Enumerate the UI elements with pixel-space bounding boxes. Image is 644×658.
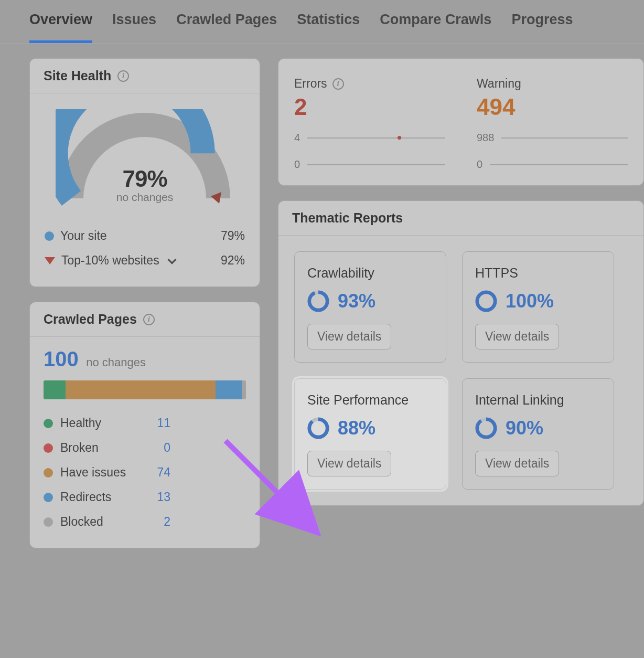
crawled-pages-bar [44,380,246,399]
donut-icon [475,290,497,312]
crawled-pages-row[interactable]: Broken0 [44,436,246,460]
site-health-gauge: 79% no changes [56,109,234,209]
sparkline [307,137,445,139]
legend-top10[interactable]: Top-10% websites 92% [44,248,246,273]
crawled-pages-title: Crawled Pages [44,312,137,327]
tab-overview[interactable]: Overview [29,12,92,43]
crawled-pages-row-label: Have issues [60,465,144,480]
crawled-pages-card: Crawled Pages i 100 no changes Healthy11… [29,302,260,548]
warnings-block[interactable]: Warning 494 988 0 [461,59,643,185]
bar-segment [44,380,66,399]
thematic-report-title: HTTPS [475,266,601,281]
crawled-pages-row-value: 0 [144,441,170,455]
svg-point-4 [477,292,495,310]
tab-statistics[interactable]: Statistics [297,12,360,43]
dot-icon [44,443,53,453]
legend-value: 79% [221,229,245,243]
sparkline [490,164,628,165]
legend-your-site[interactable]: Your site 79% [44,224,246,248]
thematic-report-title: Crawlability [307,266,433,281]
thematic-report-card: Crawlability93%View details [294,251,446,363]
errors-block[interactable]: Errors i 2 4 0 [278,59,461,185]
axis-tick: 0 [477,158,482,171]
dot-icon [44,517,53,527]
sparkline [501,137,628,139]
warnings-label: Warning [477,77,521,91]
bar-segment [66,380,216,399]
axis-tick: 988 [477,132,494,144]
gauge-percent: 79% [56,166,234,192]
thematic-report-pct: 88% [338,417,375,439]
errors-warnings-card: Errors i 2 4 0 Warning 494 988 [278,58,644,186]
info-icon[interactable]: i [143,314,155,325]
info-icon[interactable]: i [117,70,129,82]
bar-segment [216,380,242,399]
crawled-pages-row[interactable]: Have issues74 [44,460,246,485]
thematic-report-title: Site Performance [307,392,433,408]
legend-label: Your site [60,229,107,243]
triangle-down-icon [45,257,55,264]
svg-point-8 [477,419,495,437]
donut-icon [307,290,329,312]
legend-label: Top-10% websites [61,253,159,268]
thematic-report-card: Site Performance88%View details [294,378,446,490]
crawled-pages-count[interactable]: 100 [44,347,79,371]
axis-tick: 4 [294,132,300,144]
view-details-button[interactable]: View details [307,324,391,349]
thematic-report-pct: 100% [506,290,554,312]
tab-compare-crawls[interactable]: Compare Crawls [380,12,491,43]
crawled-pages-row-value: 13 [144,490,170,504]
site-health-title: Site Health [44,68,111,83]
thematic-report-pct: 93% [338,290,375,312]
crawled-pages-row[interactable]: Redirects13 [44,485,246,510]
crawled-pages-row-label: Broken [60,441,144,455]
crawled-pages-row-value: 2 [144,515,170,529]
errors-label: Errors [294,77,327,91]
thematic-report-pct: 90% [506,417,543,439]
crawled-pages-row-label: Healthy [60,416,144,430]
gauge-sub: no changes [56,191,234,204]
donut-icon [307,417,329,439]
crawled-pages-row[interactable]: Blocked2 [44,510,246,534]
dot-icon [44,493,53,502]
tab-issues[interactable]: Issues [112,12,156,43]
donut-icon [475,417,497,439]
dot-icon [44,468,53,477]
thematic-reports-card: Thematic Reports Crawlability93%View det… [278,200,644,506]
site-health-card: Site Health i 79% no changes [29,58,260,287]
crawled-pages-row-label: Blocked [60,515,144,529]
crawled-pages-sub: no changes [86,356,146,369]
warnings-value: 494 [477,94,628,120]
axis-tick: 0 [294,158,300,171]
info-icon[interactable]: i [332,78,344,90]
tab-crawled-pages[interactable]: Crawled Pages [176,12,277,43]
svg-point-2 [309,292,327,310]
dot-icon [45,231,54,241]
bar-segment [242,380,246,399]
tab-progress[interactable]: Progress [511,12,573,43]
view-details-button[interactable]: View details [307,451,391,476]
thematic-report-title: Internal Linking [475,392,601,408]
view-details-button[interactable]: View details [475,451,559,476]
view-details-button[interactable]: View details [475,324,559,349]
crawled-pages-row[interactable]: Healthy11 [44,411,246,436]
crawled-pages-row-value: 11 [144,416,170,430]
legend-value: 92% [221,253,245,268]
crawled-pages-row-value: 74 [144,465,170,480]
chevron-down-icon [167,255,176,264]
tabs-bar: Overview Issues Crawled Pages Statistics… [0,0,644,44]
dot-icon [44,419,53,428]
thematic-report-card: Internal Linking90%View details [462,378,614,490]
thematic-title: Thematic Reports [292,210,403,226]
svg-point-6 [309,419,327,437]
errors-value: 2 [294,94,445,120]
sparkline [307,164,445,165]
crawled-pages-row-label: Redirects [60,490,144,504]
thematic-report-card: HTTPS100%View details [462,251,614,363]
